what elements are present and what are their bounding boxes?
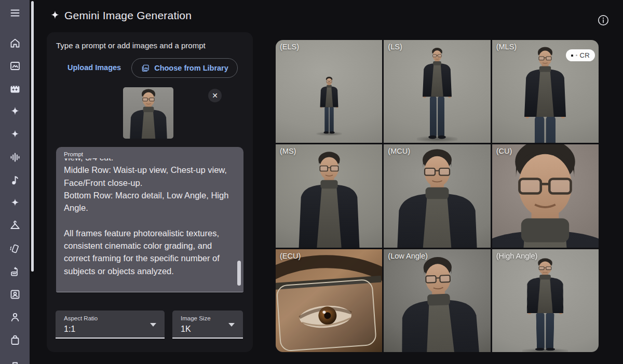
close-icon: ✕ bbox=[212, 91, 218, 100]
eye-closeup-illustration bbox=[276, 249, 382, 352]
sparkle-icon bbox=[9, 105, 21, 118]
shot-label: (LS) bbox=[388, 43, 402, 51]
upload-images-button[interactable]: Upload Images bbox=[67, 63, 121, 72]
choose-from-library-label: Choose from Library bbox=[154, 64, 228, 72]
person-figure bbox=[417, 47, 457, 143]
sparkle-icon bbox=[9, 197, 21, 209]
sidebar-item-music[interactable] bbox=[6, 171, 24, 189]
sidebar-scrollbar[interactable] bbox=[31, 1, 34, 272]
badge-dot bbox=[576, 55, 577, 56]
image-size-label: Image Size bbox=[181, 315, 211, 321]
sidebar-item-print-scan[interactable] bbox=[6, 263, 24, 280]
sidebar-item-wardrobe[interactable] bbox=[6, 217, 24, 235]
page-title: Gemini Image Generation bbox=[64, 9, 192, 22]
result-image-low-angle[interactable]: (Low Angle) bbox=[384, 249, 490, 352]
menu-icon bbox=[9, 7, 21, 19]
image-size-select[interactable]: Image Size 1K bbox=[172, 311, 243, 339]
content-credentials-badge[interactable]: CR bbox=[566, 49, 595, 61]
result-image-ls[interactable]: (LS) bbox=[384, 40, 490, 143]
person-figure bbox=[316, 76, 342, 138]
audio-waveform-icon bbox=[9, 151, 21, 164]
sidebar-item-printer[interactable] bbox=[6, 354, 24, 364]
person-figure bbox=[123, 88, 173, 139]
person-figure bbox=[516, 46, 574, 143]
sidebar-item-device[interactable] bbox=[6, 240, 24, 258]
sidebar-item-account[interactable] bbox=[6, 308, 24, 326]
person-icon bbox=[9, 311, 21, 323]
person-figure bbox=[286, 151, 372, 247]
shot-label: (CU) bbox=[496, 147, 512, 155]
result-image-mcu[interactable]: (MCU) bbox=[384, 144, 490, 247]
choose-from-library-button[interactable]: Choose from Library bbox=[131, 58, 238, 78]
prompt-scrollbar[interactable] bbox=[237, 261, 241, 286]
cr-label: CR bbox=[580, 51, 590, 59]
sidebar-item-video-generation[interactable] bbox=[6, 80, 24, 98]
result-image-high-angle[interactable]: (High Angle) bbox=[492, 249, 599, 352]
menu-button[interactable] bbox=[6, 4, 24, 22]
chevron-down-icon bbox=[228, 323, 235, 327]
gemini-sparkle-icon bbox=[49, 9, 61, 22]
aspect-ratio-label: Aspect Ratio bbox=[64, 315, 98, 321]
sparkle-icon bbox=[9, 128, 21, 141]
result-image-els[interactable]: (ELS) bbox=[276, 40, 382, 143]
sidebar-item-audio[interactable] bbox=[6, 149, 24, 166]
prompt-field[interactable]: Prompt view, 3/4 cut. Middle Row: Waist-… bbox=[56, 147, 243, 292]
sidebar-item-gen-media[interactable] bbox=[6, 126, 24, 143]
uploaded-image-thumbnail[interactable] bbox=[123, 87, 173, 139]
results-grid: (ELS) (LS) (MLS) (MS) (MCU) (CU) bbox=[276, 40, 599, 352]
chevron-down-icon bbox=[150, 323, 156, 327]
shot-label: (ELS) bbox=[280, 43, 299, 51]
video-generation-icon bbox=[9, 83, 21, 95]
person-figure bbox=[384, 253, 490, 352]
result-image-ms[interactable]: (MS) bbox=[276, 144, 382, 247]
shot-label: (Low Angle) bbox=[388, 252, 428, 260]
shot-label: (MCU) bbox=[388, 147, 410, 155]
sidebar-item-portraits[interactable] bbox=[6, 286, 24, 303]
home-icon bbox=[9, 37, 21, 49]
print-scan-icon bbox=[9, 265, 21, 278]
badge-dot bbox=[571, 55, 573, 57]
image-size-value: 1K bbox=[181, 325, 191, 334]
device-motion-icon bbox=[9, 242, 21, 255]
person-figure bbox=[516, 258, 574, 352]
prompt-field-label: Prompt bbox=[64, 151, 83, 157]
prompt-text: view, 3/4 cut. Middle Row: Waist-up view… bbox=[64, 158, 231, 277]
person-figure bbox=[384, 147, 490, 247]
info-button[interactable] bbox=[597, 14, 610, 26]
sidebar-item-shop[interactable] bbox=[6, 331, 24, 349]
aspect-ratio-select[interactable]: Aspect Ratio 1:1 bbox=[56, 311, 165, 339]
app-window: Gemini Image Generation Type a prompt or… bbox=[0, 0, 623, 364]
photo-library-icon bbox=[141, 63, 150, 73]
portrait-icon bbox=[9, 288, 21, 301]
shot-label: (MS) bbox=[280, 147, 296, 155]
sidebar-item-image-gen[interactable] bbox=[6, 103, 24, 120]
result-image-ecu[interactable]: (ECU) bbox=[276, 249, 382, 352]
music-note-icon bbox=[9, 174, 21, 186]
result-image-cu[interactable]: (CU) bbox=[492, 144, 599, 247]
shopping-bag-icon bbox=[9, 334, 21, 346]
shot-label: (MLS) bbox=[496, 43, 517, 51]
person-figure bbox=[492, 144, 599, 247]
composer-card: Type a prompt or add images and a prompt… bbox=[47, 32, 253, 352]
shot-label: (ECU) bbox=[280, 252, 301, 260]
sidebar-item-home[interactable] bbox=[6, 34, 24, 52]
printer-icon bbox=[9, 357, 21, 364]
sidebar-item-gallery[interactable] bbox=[6, 57, 24, 75]
remove-image-button[interactable]: ✕ bbox=[208, 89, 222, 102]
sidebar bbox=[0, 0, 30, 364]
prompt-viewport: view, 3/4 cut. Middle Row: Waist-up view… bbox=[64, 158, 231, 288]
info-icon bbox=[597, 14, 610, 26]
composer-heading: Type a prompt or add images and a prompt bbox=[56, 41, 206, 50]
gallery-icon bbox=[9, 60, 21, 72]
shot-label: (High Angle) bbox=[496, 252, 538, 260]
aspect-ratio-value: 1:1 bbox=[64, 325, 75, 334]
sidebar-item-spark-tools[interactable] bbox=[6, 194, 24, 212]
hanger-icon bbox=[9, 220, 21, 232]
